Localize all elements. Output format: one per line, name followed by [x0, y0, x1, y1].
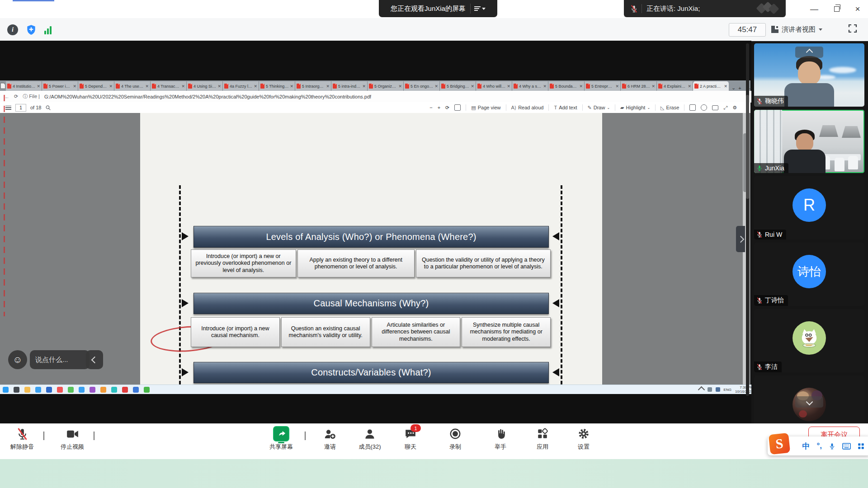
zoom-in-button[interactable]: +: [438, 105, 440, 110]
share-screen-button[interactable]: 共享屏幕: [269, 427, 293, 451]
sidebar-expand-handle[interactable]: [736, 226, 745, 252]
browser-tab[interactable]: 4 The use of int... ✕: [114, 81, 151, 91]
browser-tab[interactable]: 4 Using Simulati... ✕: [187, 81, 223, 91]
save-as-button[interactable]: [701, 104, 707, 111]
fit-page-button[interactable]: [454, 104, 461, 111]
remote-taskbar-icon[interactable]: [57, 387, 63, 393]
sogou-logo[interactable]: S: [769, 433, 790, 455]
browser-tab[interactable]: 5 Bridging; the i... ✕: [440, 81, 476, 91]
remote-taskbar-icon[interactable]: [46, 387, 52, 393]
browser-tab[interactable]: 5 Power imbalan... ✕: [42, 81, 78, 91]
back-icon[interactable]: ←: [5, 94, 9, 99]
remote-taskbar-icon[interactable]: [3, 387, 9, 393]
browser-tab[interactable]: 5 Intraorganizat... ✕: [295, 81, 331, 91]
chat-button[interactable]: 1 聊天: [405, 427, 416, 451]
browser-tab[interactable]: 4 Transactional t... ✕: [151, 81, 187, 91]
remote-taskbar-icon[interactable]: [24, 387, 30, 393]
apps-button[interactable]: 应用: [537, 427, 548, 451]
emoji-button[interactable]: ☺: [8, 350, 27, 369]
tab-close-icon[interactable]: ✕: [290, 84, 293, 89]
chat-quick-input[interactable]: 说点什么...: [30, 350, 90, 369]
tab-close-icon[interactable]: ✕: [688, 84, 691, 89]
ime-toolbox-button[interactable]: [858, 443, 864, 450]
browser-tab[interactable]: 4 Why a semin... ✕: [512, 81, 548, 91]
save-button[interactable]: [689, 104, 696, 111]
fullscreen-button[interactable]: [847, 23, 858, 34]
unmute-button[interactable]: 解除静音: [10, 427, 34, 451]
tab-close-icon[interactable]: ✕: [362, 84, 366, 89]
browser-address-bar[interactable]: ← ⟳ ⓘ File | G:/AOM%20Wuhan%20U/2022%20S…: [0, 91, 751, 103]
raise-hand-button[interactable]: 举手: [495, 427, 506, 451]
browser-tab[interactable]: 5 En ongoing pr... ✕: [404, 81, 440, 91]
tab-close-icon[interactable]: ✕: [724, 84, 727, 89]
tab-close-icon[interactable]: ✕: [181, 84, 185, 89]
browser-tab[interactable]: 2 A practical gui... ✕: [693, 81, 729, 91]
tab-close-icon[interactable]: ✕: [434, 84, 438, 89]
restore-button[interactable]: [830, 4, 844, 14]
tab-close-icon[interactable]: ✕: [615, 84, 619, 89]
view-mode-button[interactable]: 演讲者视图: [771, 22, 822, 37]
ime-language-button[interactable]: 中: [802, 441, 810, 451]
pdf-tool-read-aloud[interactable]: A⟩Read aloud: [511, 105, 544, 111]
search-icon[interactable]: [45, 105, 51, 111]
share-screen-options-chevron[interactable]: [305, 432, 306, 440]
remote-taskbar-icon[interactable]: [133, 387, 139, 393]
pdf-menu-icon[interactable]: [5, 106, 11, 110]
stop-video-options-chevron[interactable]: [94, 432, 94, 440]
remote-taskbar-icon[interactable]: [111, 387, 117, 393]
print-button[interactable]: [712, 105, 718, 110]
thumbnails-collapse-button[interactable]: [795, 47, 823, 58]
expand-button[interactable]: ⤢: [723, 105, 727, 111]
minimize-button[interactable]: —: [807, 4, 821, 14]
participant-tile[interactable]: R Rui W: [754, 176, 864, 239]
chat-collapse-button[interactable]: [86, 350, 103, 369]
remote-taskbar-icon[interactable]: [100, 387, 106, 393]
pdf-tool-erase[interactable]: ◺Erase: [660, 105, 679, 111]
pdf-tool-highlight[interactable]: ▰Highlight ⌄: [620, 105, 650, 111]
tab-close-icon[interactable]: ✕: [543, 84, 547, 89]
new-tab-button[interactable]: +: [738, 85, 741, 91]
thumbnails-collapse-button[interactable]: [795, 396, 823, 408]
remote-taskbar-icon[interactable]: [14, 387, 19, 393]
remote-taskbar-icon[interactable]: [90, 387, 95, 393]
browser-tab[interactable]: 5 Entrepreneuri... ✕: [585, 81, 621, 91]
encryption-shield-icon[interactable]: [25, 24, 37, 36]
tab-close-icon[interactable]: ✕: [651, 84, 655, 89]
tab-close-icon[interactable]: ✕: [73, 84, 76, 89]
ime-voice-button[interactable]: [829, 442, 835, 450]
banner-menu-button[interactable]: [470, 4, 486, 14]
tab-close-icon[interactable]: ✕: [217, 84, 221, 89]
pdf-tool-draw[interactable]: ✎Draw ⌄: [588, 105, 610, 111]
browser-tab[interactable]: 4 Who will lear... ✕: [476, 81, 512, 91]
browser-tab[interactable]: 4 Explaining inte... ✕: [657, 81, 693, 91]
participants-button[interactable]: 成员(32): [359, 427, 381, 451]
browser-tab[interactable]: 4a Fuzzy logic a... ✕: [223, 81, 259, 91]
settings-button[interactable]: 设置: [578, 427, 590, 451]
zoom-out-button[interactable]: −: [429, 105, 432, 110]
participant-tile[interactable]: 鞠晓伟: [754, 43, 864, 107]
sidebar-scrollbar-thumb[interactable]: [746, 95, 749, 199]
ime-keyboard-button[interactable]: [842, 443, 851, 450]
browser-tab[interactable]: 5 Boundary spa... ✕: [548, 81, 585, 91]
browser-tab[interactable]: 5 intra-industry... ✕: [331, 81, 368, 91]
meeting-info-icon[interactable]: i: [7, 24, 18, 35]
unmute-options-chevron[interactable]: [43, 432, 44, 440]
browser-tab[interactable]: 6 HRM 280 sea... ✕: [621, 81, 657, 91]
tab-close-icon[interactable]: ✕: [109, 84, 113, 89]
tab-close-icon[interactable]: ✕: [145, 84, 149, 89]
participant-tile[interactable]: 诗怡 丁诗怡: [754, 243, 864, 306]
browser-tab[interactable]: 5 Organizationa... ✕: [368, 81, 404, 91]
tab-close-icon[interactable]: ✕: [507, 84, 510, 89]
tab-close-icon[interactable]: ✕: [254, 84, 257, 89]
tab-search-button[interactable]: ⌄: [731, 85, 736, 91]
pdf-tool-add-text[interactable]: TAdd text: [554, 105, 577, 110]
tab-close-icon[interactable]: ✕: [471, 84, 474, 89]
invite-button[interactable]: 邀请: [324, 427, 336, 451]
browser-tab[interactable]: 4 Institutional p... ✕: [6, 81, 42, 91]
record-button[interactable]: 录制: [449, 427, 461, 451]
more-options-button[interactable]: ⚙: [732, 105, 737, 111]
remote-taskbar-icon[interactable]: [35, 387, 41, 393]
tab-close-icon[interactable]: ✕: [326, 84, 330, 89]
stop-video-button[interactable]: 停止视频: [61, 427, 84, 451]
close-button[interactable]: ×: [851, 4, 864, 14]
